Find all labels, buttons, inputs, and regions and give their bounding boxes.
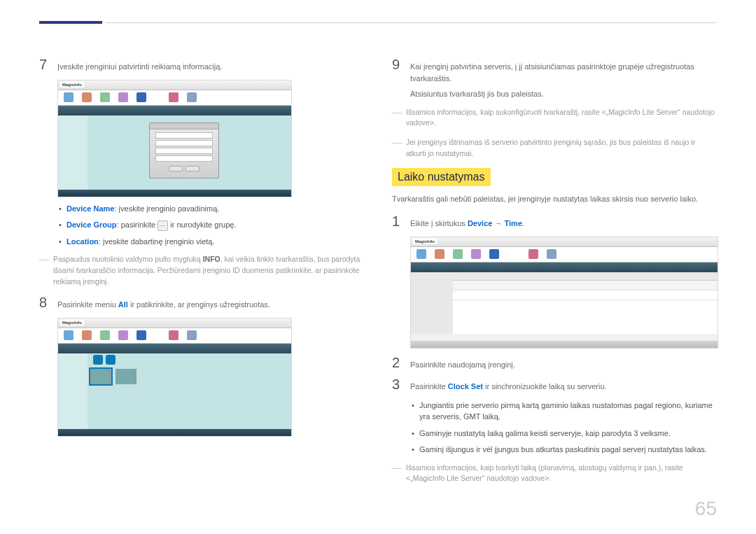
browse-icon: ···: [158, 220, 168, 231]
bullet-device-group: Device Group: pasirinkite ··· ir nurodyk…: [59, 219, 364, 231]
step-number: 9: [392, 57, 402, 71]
note-manual: ― Išsamios informacijos, kaip sukonfigūr…: [392, 107, 717, 129]
bullet-location: Location: įveskite dabartinę įrenginio v…: [59, 236, 364, 248]
step-2: 2 Pasirinkite naudojamą įrenginį.: [392, 356, 717, 371]
left-column: 7 Įveskite įrenginiui patvirtinti reikia…: [39, 57, 364, 493]
app-logo: MagicInfo: [60, 82, 84, 87]
dialog-field: [155, 155, 213, 162]
step-text: Pasirinkite meniu All ir patikrinkite, a…: [57, 299, 364, 311]
right-column: 9 Kai įrenginį patvirtina serveris, į jį…: [392, 57, 717, 493]
info-bold: INFO: [203, 255, 220, 263]
toolbar-btn-icon: [93, 355, 103, 365]
label: Device Name: [66, 204, 115, 213]
content-area: [453, 272, 718, 334]
device-tab: Device: [468, 219, 492, 227]
divider: [105, 22, 717, 23]
dialog-field: [155, 132, 213, 139]
note-time-manual: ― Išsamios informacijos, kaip tvarkyti l…: [392, 463, 717, 485]
device-thumb: [90, 369, 111, 384]
device-thumb: [115, 369, 136, 384]
step-text: Įveskite įrenginiui patvirtinti reikiamą…: [57, 61, 364, 73]
accent-bar: [39, 21, 102, 24]
step-text: Pasirinkite Clock Set ir sinchronizuokit…: [410, 381, 717, 393]
sub-bullet: Gaminyje nustatytą laiką galima keisti s…: [412, 428, 717, 440]
label: Location: [66, 237, 99, 246]
step-number: 8: [39, 295, 49, 309]
step-text: Kai įrenginį patvirtina serveris, į jį a…: [410, 61, 717, 100]
time-sub-bullets: Jungiantis prie serverio pirmą kartą gam…: [412, 400, 717, 456]
sidebar: [411, 272, 453, 334]
top-rule: [39, 21, 717, 24]
dialog-field: [155, 148, 213, 154]
label: Device Group: [66, 220, 117, 229]
two-columns: 7 Įveskite įrenginiui patvirtinti reikia…: [39, 57, 717, 493]
page-number: 65: [695, 498, 717, 520]
field-bullets: Device Name: įveskite įrenginio pavadini…: [59, 203, 364, 248]
step-8: 8 Pasirinkite meniu All ir patikrinkite,…: [39, 295, 364, 311]
step-3: 3 Pasirinkite Clock Set ir sinchronizuok…: [392, 377, 717, 393]
screenshot-device-list: MagicInfo: [57, 318, 292, 437]
step-text: Pasirinkite naudojamą įrenginį.: [410, 359, 717, 371]
time-tab: Time: [505, 219, 522, 227]
note-delete: ― Jei įrenginys ištrinamas iš serverio p…: [392, 137, 717, 160]
section-heading: Laiko nustatymas: [392, 168, 491, 186]
step-1: 1 Eikite į skirtukus Device → Time.: [392, 214, 717, 230]
step-9: 9 Kai įrenginį patvirtina serveris, į jį…: [392, 57, 717, 100]
step-number: 2: [392, 356, 402, 370]
screenshot-approve-dialog: MagicInfo: [57, 80, 292, 197]
dialog-approve: [149, 122, 219, 178]
toolbar-btn-icon: [106, 355, 115, 365]
step-7: 7 Įveskite įrenginiui patvirtinti reikia…: [39, 57, 364, 73]
dialog-field: [155, 140, 213, 146]
screenshot-time-tab: MagicInfo: [410, 237, 718, 349]
section-intro: Tvarkaraštis gali nebūti paleistas, jei …: [392, 193, 717, 205]
step-number: 3: [392, 377, 402, 391]
note-info: ― Paspaudus nuotolinio valdymo pulto myg…: [39, 254, 364, 287]
step-text: Eikite į skirtukus Device → Time.: [410, 218, 717, 230]
all-bold: All: [118, 300, 128, 309]
step-number: 1: [392, 214, 402, 228]
step-number: 7: [39, 57, 49, 71]
clock-set-bold: Clock Set: [448, 382, 483, 391]
sub-bullet: Gaminį išjungus ir vėl įjungus bus atkur…: [412, 444, 717, 456]
page: 7 Įveskite įrenginiui patvirtinti reikia…: [0, 0, 756, 507]
sub-bullet: Jungiantis prie serverio pirmą kartą gam…: [412, 400, 717, 423]
bullet-device-name: Device Name: įveskite įrenginio pavadini…: [59, 203, 364, 215]
app-logo: MagicInfo: [413, 239, 437, 244]
app-logo: MagicInfo: [60, 320, 84, 325]
